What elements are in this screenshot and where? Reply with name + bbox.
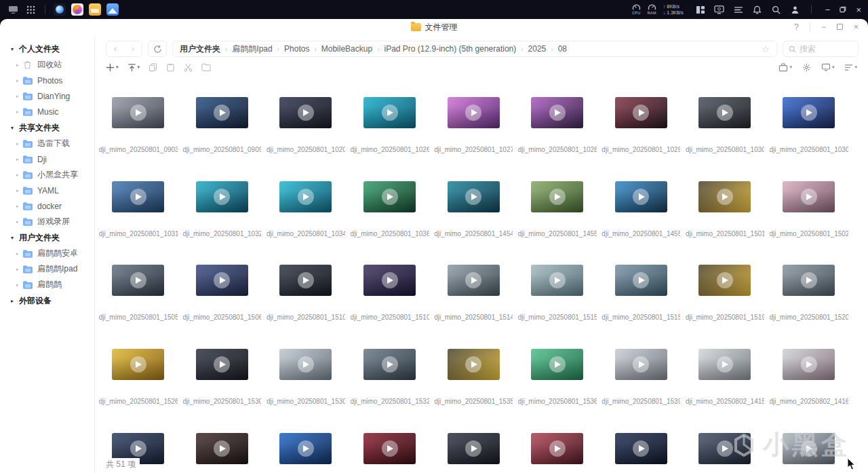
file-item[interactable]: dji_mimo_20250801_103402... [264,181,348,265]
sidebar-item-yaml[interactable]: ▸YAML [0,183,94,198]
sidebar-section-users[interactable]: ▾用户文件夹 [0,229,94,246]
file-item[interactable]: dji_mimo_20250801_145510... [515,181,599,265]
file-item[interactable]: dji_mimo_20250801_103006... [683,97,767,181]
breadcrumb-item[interactable]: 扁鹊鹊Ipad [232,43,272,55]
widgets-panel-icon[interactable] [694,3,707,16]
file-item[interactable]: dji_mimo_20250801_102818... [515,97,599,181]
ram-gauge-icon[interactable]: RAM [648,3,656,16]
file-item[interactable]: dji_mimo_20250801_153022... [180,349,264,433]
copy-button[interactable] [149,63,157,72]
sidebar-item-music[interactable]: ▸Music [0,104,94,119]
sidebar-item-user-main[interactable]: ▸扁鹊鹊 [0,277,94,292]
breadcrumb-item[interactable]: MobileBackup [321,44,372,54]
file-item[interactable]: dji_mimo_20250801_150630... [180,265,264,349]
system-maximize-icon[interactable] [840,5,846,15]
file-item[interactable]: dji_mimo_20250801_090342... [96,97,180,181]
file-item[interactable] [431,433,515,473]
search-icon[interactable] [770,3,783,16]
file-item[interactable]: dji_mimo_20250801_151902... [683,265,767,349]
refresh-button[interactable] [148,41,167,57]
sidebar-section-shared[interactable]: ▾共享文件夹 [0,119,94,136]
system-minimize-icon[interactable]: − [825,5,831,15]
file-item[interactable]: dji_mimo_20250801_102700... [431,97,515,181]
file-item[interactable]: dji_mimo_20250801_151400... [431,265,515,349]
sidebar-item-user-android[interactable]: ▸扁鹊鹊安卓 [0,246,94,261]
app-grid-icon[interactable] [24,3,37,16]
desktop-icon[interactable] [7,3,19,16]
system-close-icon[interactable]: × [856,5,861,15]
file-item[interactable] [683,433,767,473]
forward-button[interactable]: › [124,41,142,56]
paste-button[interactable] [166,63,175,72]
sidebar-item-photos[interactable]: ▸Photos [0,73,94,88]
file-item[interactable]: dji_mimo_20250801_153042... [264,349,348,433]
sidebar-item-recycle[interactable]: ▸回收站 [0,57,94,73]
sidebar-item-game-recording[interactable]: ▸游戏录屏 [0,214,94,229]
file-item[interactable]: dji_mimo_20250802_141620... [767,349,851,433]
file-item[interactable]: dji_mimo_20250801_152640... [96,349,180,433]
sidebar-section-personal[interactable]: ▾个人文件夹 [0,41,94,57]
user-account-icon[interactable] [789,3,802,16]
file-item[interactable]: dji_mimo_20250801_103658... [348,181,432,265]
breadcrumb-item[interactable]: 08 [558,44,567,54]
file-item[interactable]: dji_mimo_20250801_150258... [767,181,851,265]
move-to-button[interactable] [201,63,211,71]
file-item[interactable]: dji_mimo_20250801_151526... [515,265,599,349]
view-mode-button[interactable]: ▾ [821,63,835,71]
app-photos-icon[interactable] [106,3,119,16]
search-input[interactable] [800,44,847,54]
file-item[interactable] [264,433,348,473]
file-item[interactable]: dji_mimo_20250801_145406... [431,181,515,265]
file-item[interactable] [180,433,264,473]
minimize-button[interactable]: − [821,22,826,32]
file-item[interactable]: dji_mimo_20250801_102604... [348,97,432,181]
cpu-gauge-icon[interactable]: CPU [632,3,641,16]
breadcrumb-item[interactable]: Photos [284,44,309,54]
notification-bell-icon[interactable] [751,3,764,16]
sidebar-item-xunlei-download[interactable]: ▸迅雷下载 [0,136,94,151]
file-item[interactable]: dji_mimo_20250801_103100... [96,181,180,265]
breadcrumb-item[interactable]: 2025 [528,44,547,54]
new-item-button[interactable]: ▾ [106,63,119,72]
file-item[interactable] [515,433,599,473]
file-item[interactable]: dji_mimo_20250801_150144... [683,181,767,265]
sidebar-item-dianying[interactable]: ▸DianYing [0,88,94,104]
file-item[interactable]: dji_mimo_20250801_102918... [599,97,684,181]
file-item[interactable]: dji_mimo_20250802_141554... [683,349,767,433]
file-item[interactable]: dji_mimo_20250801_150516... [96,265,180,349]
file-item[interactable]: dji_mimo_20250801_151554... [599,265,684,349]
file-item[interactable]: dji_mimo_20250801_090904... [180,97,264,181]
file-item[interactable]: dji_mimo_20250801_103236... [180,181,264,265]
file-item[interactable]: dji_mimo_20250801_153600... [515,349,599,433]
search-box[interactable] [783,41,859,57]
file-item[interactable] [348,433,432,473]
sidebar-item-user-ipad[interactable]: ▸扁鹊鹊Ipad [0,261,94,277]
file-item[interactable]: dji_mimo_20250801_151032... [348,265,432,349]
app-media-icon[interactable] [71,3,83,16]
sort-button[interactable]: ▾ [844,64,857,71]
app-files-icon[interactable] [89,3,101,16]
file-item[interactable]: dji_mimo_20250801_153942... [599,349,684,433]
sidebar-section-external[interactable]: ▸外部设备 [0,292,94,309]
upload-button[interactable]: ▾ [127,63,140,72]
file-item[interactable]: dji_mimo_20250801_145540... [599,181,684,265]
close-button[interactable]: × [854,22,859,32]
sidebar-item-dji[interactable]: ▸Dji [0,151,94,167]
maximize-button[interactable] [837,22,843,32]
file-item[interactable] [767,433,851,473]
breadcrumb-item[interactable]: 用户文件夹 [180,43,220,55]
file-item[interactable]: dji_mimo_20250801_153206... [348,349,432,433]
file-item[interactable]: dji_mimo_20250801_103040... [767,97,851,181]
remote-tasks-button[interactable]: ▾ [778,63,792,72]
file-item[interactable]: dji_mimo_20250801_102052... [264,97,348,181]
app-chat-icon[interactable] [54,3,66,16]
file-item[interactable] [599,433,684,473]
settings-gear-icon[interactable] [802,63,811,72]
display-monitor-icon[interactable] [713,3,726,16]
favorite-star-icon[interactable]: ☆ [762,44,770,54]
sidebar-item-heihe-share[interactable]: ▸小黑盒共享 [0,167,94,183]
file-item[interactable]: dji_mimo_20250801_151010... [264,265,348,349]
file-item[interactable]: dji_mimo_20250801_152010... [767,265,851,349]
cut-button[interactable] [184,63,193,72]
sidebar-item-docker[interactable]: ▸docker [0,198,94,214]
